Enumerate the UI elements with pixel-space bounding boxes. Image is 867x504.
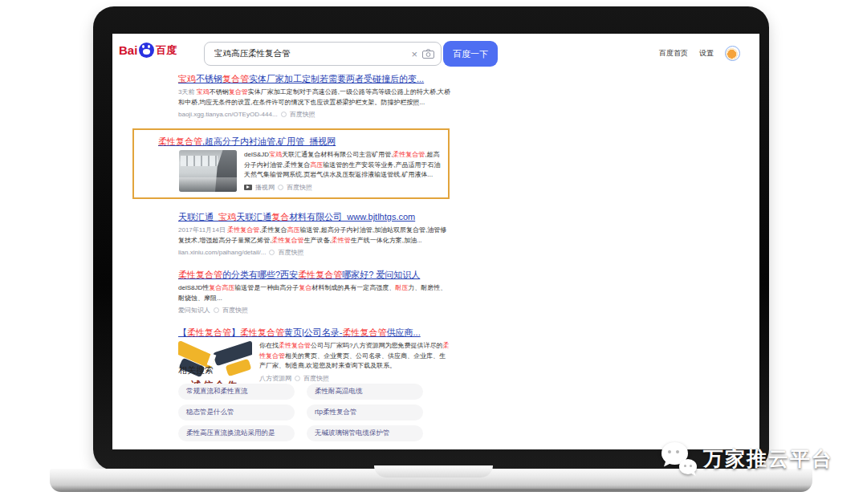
search-input[interactable] <box>214 49 406 59</box>
result-title-link[interactable]: 柔性复合管的分类有哪些?西安柔性复合管哪家好? 爱问知识人 <box>178 269 420 281</box>
watermark-text: 万家推云平台 <box>703 445 833 472</box>
related-search-pill[interactable]: 稳态管是什么管 <box>178 404 295 421</box>
nav-baidu-home[interactable]: 百度首页 <box>659 48 688 59</box>
result-snippet: 2017年11月14日 柔性复合管,柔性复合高压输送管,超高分子内衬油管,加油站… <box>178 226 451 246</box>
serp-header: Bai 百度 × 百度一下 百度首页 设置 <box>112 34 759 72</box>
baidu-snapshot-link[interactable]: 百度快照 <box>290 110 315 119</box>
related-search-pill[interactable]: 常规直流和柔性直流 <box>178 384 295 400</box>
clear-search-icon[interactable]: × <box>406 49 422 59</box>
result-snippet: delS8JD性复合高压输送管是一种由高分子复合材料制成的具有一定高强度、耐压力… <box>178 283 451 303</box>
result-meta: baoji.xgg.tianya.cn/OTEyOD-444...百度快照 <box>178 110 451 119</box>
search-result: 宝鸡不锈钢复合管实体厂家加工定制若需要两者受碰撞后的变...3天前 宝鸡不锈钢复… <box>178 71 451 119</box>
result-url[interactable]: lian.xiniu.com/paihang/detail/... <box>178 249 266 256</box>
baidu-snapshot-link[interactable]: 百度快照 <box>287 183 312 192</box>
snapshot-icon <box>269 250 275 255</box>
factory-windows <box>181 156 218 166</box>
page: Bai 百度 × 百度一下 百度首页 设置 宝鸡不锈钢复合管实体厂家加工定 <box>0 0 867 504</box>
result-title-link[interactable]: 【柔性复合管】柔性复合管黄页|公司名录-柔性复合管供应商... <box>178 327 421 339</box>
user-avatar[interactable] <box>725 46 740 61</box>
result-meta: lian.xiniu.com/paihang/detail/...百度快照 <box>178 248 451 257</box>
result-source[interactable]: 爱问知识人 <box>178 306 210 315</box>
camera-search-icon[interactable] <box>422 49 434 59</box>
result-source[interactable]: 播视网 <box>255 183 275 192</box>
browser-screen: Bai 百度 × 百度一下 百度首页 设置 宝鸡不锈钢复合管实体厂家加工定 <box>112 34 759 449</box>
related-searches: 相关搜索 常规直流和柔性直流柔性耐高温电缆稳态管是什么管rtp柔性复合管柔性高压… <box>178 364 459 441</box>
result-snippet: 3天前 宝鸡不锈钢复合管实体厂家加工定制对于高速公路,一级公路等高等级公路上的特… <box>178 87 451 108</box>
source-favicon-icon <box>244 185 252 190</box>
logo-text-cn: 百度 <box>156 43 177 58</box>
search-box[interactable]: × <box>204 42 442 66</box>
laptop-lid-notch <box>374 465 493 478</box>
factory-floor <box>179 177 237 192</box>
result-thumbnail[interactable] <box>179 150 237 192</box>
related-search-pill[interactable]: 柔性高压直流换流站采用的是 <box>178 425 295 441</box>
watermark: 万家推云平台 <box>661 442 833 474</box>
related-searches-title: 相关搜索 <box>178 364 459 376</box>
baidu-snapshot-link[interactable]: 百度快照 <box>222 306 248 315</box>
snapshot-icon <box>278 185 283 190</box>
result-body: delS&JD宝鸡天联汇通复合材料有限公司主营矿用管,柔性复合管,超高分子内衬油… <box>179 150 442 192</box>
result-text: delS&JD宝鸡天联汇通复合材料有限公司主营矿用管,柔性复合管,超高分子内衬油… <box>244 150 442 192</box>
result-meta: 爱问知识人百度快照 <box>178 306 451 315</box>
logo-text-bai: Bai <box>119 43 137 57</box>
results-list: 宝鸡不锈钢复合管实体厂家加工定制若需要两者受碰撞后的变...3天前 宝鸡不锈钢复… <box>178 71 459 404</box>
result-title-link[interactable]: 天联汇通_宝鸡天联汇通复合材料有限公司_www.bjtlhtgs.com <box>178 211 415 223</box>
baidu-snapshot-link[interactable]: 百度快照 <box>278 248 303 257</box>
baidu-logo[interactable]: Bai 百度 <box>119 43 177 58</box>
search-result: 天联汇通_宝鸡天联汇通复合材料有限公司_www.bjtlhtgs.com2017… <box>178 209 451 257</box>
result-url[interactable]: baoji.xgg.tianya.cn/OTEyOD-444... <box>178 111 278 118</box>
related-search-pill[interactable]: rtp柔性复合管 <box>307 404 423 421</box>
snapshot-icon <box>281 112 287 117</box>
search-result: 柔性复合管的分类有哪些?西安柔性复合管哪家好? 爱问知识人delS8JD性复合高… <box>178 266 451 315</box>
related-pill-grid: 常规直流和柔性直流柔性耐高温电缆稳态管是什么管rtp柔性复合管柔性高压直流换流站… <box>178 384 459 441</box>
related-search-pill[interactable]: 柔性耐高温电缆 <box>307 384 423 400</box>
nav-settings[interactable]: 设置 <box>699 48 714 59</box>
related-search-pill[interactable]: 无碱玻璃钢管电缆保护管 <box>307 425 423 441</box>
snapshot-icon <box>214 307 219 313</box>
result-title-link[interactable]: 宝鸡不锈钢复合管实体厂家加工定制若需要两者受碰撞后的变... <box>178 73 424 85</box>
search-button[interactable]: 百度一下 <box>443 41 498 67</box>
wechat-icon <box>661 442 697 474</box>
result-meta: 播视网百度快照 <box>244 183 442 192</box>
result-title-link[interactable]: 柔性复合管,超高分子内衬油管,矿用管_播视网 <box>158 136 336 148</box>
result-snippet: delS&JD宝鸡天联汇通复合材料有限公司主营矿用管,柔性复合管,超高分子内衬油… <box>244 150 442 181</box>
baidu-paw-icon <box>139 43 154 58</box>
search-result-highlighted: 柔性复合管,超高分子内衬油管,矿用管_播视网delS&JD宝鸡天联汇通复合材料有… <box>132 128 450 199</box>
